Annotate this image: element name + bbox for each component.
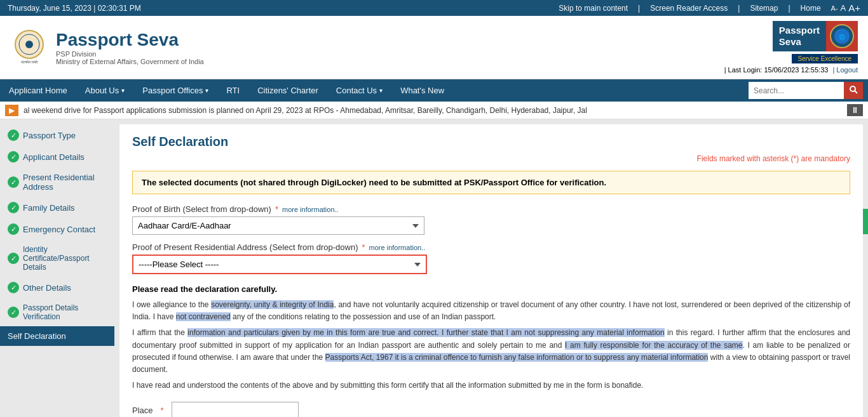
- last-login-label: | Last Login: 15/06/2023: [724, 66, 799, 74]
- emblem-logo: सत्यमेव जयते: [10, 25, 48, 70]
- highlight-information: information and particulars given by me …: [187, 328, 664, 337]
- ticker-text: al weekend drive for Passport applicatio…: [24, 106, 587, 115]
- nav-search-input[interactable]: [749, 84, 844, 98]
- proof-of-birth-group: Proof of Birth (Select from drop-down) *…: [132, 204, 850, 235]
- sidebar-label-family-details: Family Details: [23, 203, 75, 213]
- page-title: Self Declaration: [132, 135, 850, 149]
- ticker: ▶ al weekend drive for Passport applicat…: [0, 102, 868, 119]
- division-text: PSP Division: [56, 50, 204, 58]
- sitemap-link[interactable]: Sitemap: [750, 4, 778, 13]
- check-icon-emergency-contact: ✓: [8, 223, 19, 235]
- place-row: Place *: [132, 402, 850, 417]
- proof-of-address-required: *: [362, 242, 365, 252]
- nav-about-us[interactable]: About Us ▾: [76, 79, 133, 102]
- place-label: Place: [132, 406, 153, 415]
- font-controls: A- A A+: [831, 3, 860, 13]
- sidebar-label-residential-address: Present Residential Address: [23, 173, 107, 192]
- sidebar-item-other-details[interactable]: ✓ Other Details: [0, 277, 114, 298]
- svg-point-7: [850, 86, 855, 91]
- check-icon-residential-address: ✓: [8, 176, 19, 188]
- sidebar-item-passport-type[interactable]: ✓ Passport Type: [0, 124, 114, 146]
- skip-link[interactable]: Skip to main content: [559, 4, 628, 13]
- nav-bar: Applicant Home About Us ▾ Passport Offic…: [0, 79, 868, 102]
- proof-of-birth-select[interactable]: Aadhaar Card/E-Aadhaar Birth Certificate…: [132, 216, 424, 235]
- font-small-button[interactable]: A-: [831, 4, 838, 12]
- nav-whats-new[interactable]: What's New: [391, 79, 453, 102]
- svg-line-8: [855, 91, 857, 93]
- declaration-title: Please read the declaration carefully.: [132, 284, 850, 294]
- proof-of-address-highlight-box: -----Please Select ----- Aadhaar Card/E-…: [132, 255, 427, 274]
- sidebar-label-self-declaration: Self Declaration: [8, 331, 66, 341]
- ticker-arrow: ▶: [5, 105, 18, 116]
- nav-search-container: [743, 79, 868, 102]
- main-container: ✓ Passport Type ✓ Applicant Details ✓ Pr…: [0, 119, 868, 417]
- sidebar: ✓ Passport Type ✓ Applicant Details ✓ Pr…: [0, 119, 114, 417]
- proof-of-birth-label: Proof of Birth (Select from drop-down): [132, 204, 271, 214]
- mandatory-note: Fields marked with asterisk (*) are mand…: [132, 154, 850, 163]
- sidebar-label-other-details: Other Details: [23, 283, 71, 293]
- service-excellence: Service Excellence: [792, 54, 858, 63]
- sidebar-label-applicant-details: Applicant Details: [23, 152, 85, 162]
- proof-of-address-more-info[interactable]: more information..: [369, 244, 426, 251]
- sidebar-label-passport-verification: Passport Details Verification: [23, 303, 107, 321]
- passport-seva-badge: PassportSeva: [779, 25, 820, 48]
- sidebar-item-passport-verification[interactable]: ✓ Passport Details Verification: [0, 298, 114, 326]
- font-large-button[interactable]: A+: [848, 3, 860, 13]
- notice-text: The selected documents (not shared throu…: [142, 178, 606, 187]
- highlight-passports-act: Passports Act, 1967 it is a criminal off…: [325, 353, 709, 362]
- declaration-paragraph-2: I affirm that the information and partic…: [132, 327, 850, 376]
- proof-of-address-group: Proof of Present Residential Address (Se…: [132, 242, 850, 274]
- check-icon-passport-verification: ✓: [8, 307, 19, 318]
- proof-of-address-label: Proof of Present Residential Address (Se…: [132, 242, 358, 252]
- font-normal-button[interactable]: A: [841, 3, 846, 13]
- place-required: *: [161, 406, 164, 415]
- place-input[interactable]: [172, 402, 299, 417]
- sidebar-item-family-details[interactable]: ✓ Family Details: [0, 197, 114, 218]
- nav-rti[interactable]: RTI: [217, 79, 248, 102]
- screen-reader-link[interactable]: Screen Reader Access: [650, 4, 728, 13]
- sidebar-item-residential-address[interactable]: ✓ Present Residential Address: [0, 168, 114, 197]
- proof-of-address-select[interactable]: -----Please Select ----- Aadhaar Card/E-…: [133, 256, 426, 273]
- proof-of-birth-required: *: [275, 204, 278, 214]
- check-icon-other-details: ✓: [8, 282, 19, 293]
- highlight-sovereignty: sovereignty, unity & integrity of India: [211, 300, 334, 309]
- check-icon-identity-certificate: ✓: [8, 253, 19, 264]
- declaration-paragraph-3: I have read and understood the contents …: [132, 380, 850, 392]
- datetime: Thursday, June 15, 2023 | 02:30:31 PM: [8, 4, 141, 13]
- ministry-text: Ministry of External Affairs, Government…: [56, 58, 204, 65]
- sidebar-item-identity-certificate[interactable]: ✓ Identity Certificate/Passport Details: [0, 240, 114, 277]
- notice-box: The selected documents (not shared throu…: [132, 171, 850, 194]
- check-icon-applicant-details: ✓: [8, 151, 19, 162]
- sidebar-item-emergency-contact[interactable]: ✓ Emergency Contact: [0, 218, 114, 240]
- header: सत्यमेव जयते Passport Seva PSP Division …: [0, 16, 868, 79]
- nav-citizens-charter[interactable]: Citizens' Charter: [248, 79, 327, 102]
- logout-link[interactable]: | Logout: [832, 66, 858, 74]
- nav-applicant-home[interactable]: Applicant Home: [0, 79, 76, 102]
- home-link[interactable]: Home: [801, 4, 821, 13]
- declaration-paragraph-1: I owe allegiance to the sovereignty, uni…: [132, 299, 850, 323]
- check-icon-family-details: ✓: [8, 202, 19, 213]
- sidebar-item-self-declaration[interactable]: Self Declaration: [0, 326, 114, 346]
- nav-contact-us[interactable]: Contact Us ▾: [327, 79, 391, 102]
- last-login-time: 12:55:33: [801, 66, 829, 74]
- proof-of-birth-more-info[interactable]: more information..: [282, 206, 339, 213]
- sidebar-label-emergency-contact: Emergency Contact: [23, 225, 95, 234]
- svg-text:🌐: 🌐: [839, 34, 845, 40]
- nav-passport-offices[interactable]: Passport Offices ▾: [133, 79, 217, 102]
- scroll-indicator: [863, 209, 868, 234]
- nav-search-button[interactable]: [844, 82, 863, 99]
- top-bar: Thursday, June 15, 2023 | 02:30:31 PM Sk…: [0, 0, 868, 16]
- svg-text:सत्यमेव जयते: सत्यमेव जयते: [20, 60, 38, 64]
- sidebar-item-applicant-details[interactable]: ✓ Applicant Details: [0, 146, 114, 168]
- check-icon-passport-type: ✓: [8, 129, 19, 141]
- brand-title: Passport Seva: [56, 30, 204, 50]
- highlight-responsible: I am fully responsible for the accuracy …: [565, 341, 742, 350]
- ticker-pause-button[interactable]: ⏸: [847, 104, 863, 116]
- sidebar-label-identity-certificate: Identity Certificate/Passport Details: [23, 245, 107, 272]
- svg-point-2: [25, 41, 33, 48]
- highlight-not-contravened: not contravened: [176, 312, 231, 321]
- content-area: Self Declaration Fields marked with aste…: [119, 124, 863, 417]
- declaration-section: Please read the declaration carefully. I…: [132, 284, 850, 392]
- sidebar-label-passport-type: Passport Type: [23, 131, 76, 140]
